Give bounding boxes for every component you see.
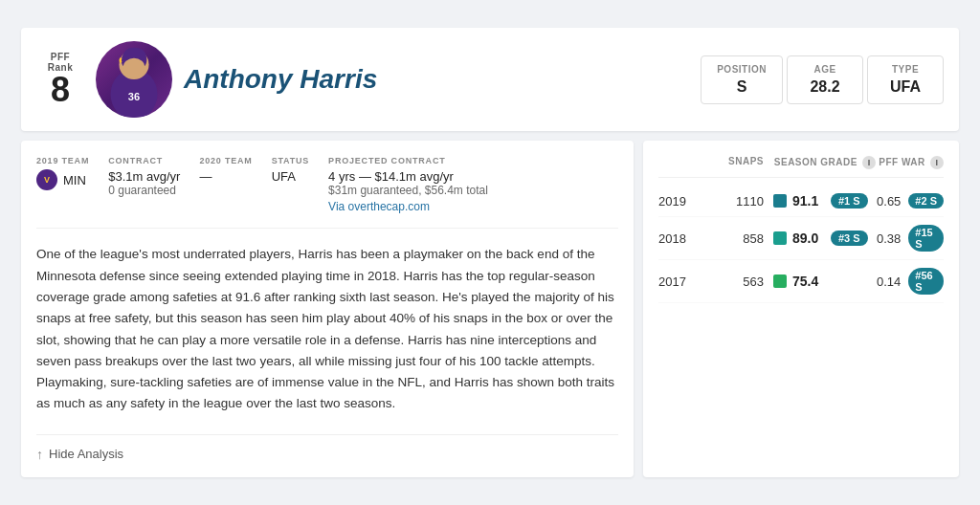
position-label: POSITION [717, 64, 767, 75]
grade-color-dot [773, 231, 787, 245]
svg-point-2 [123, 58, 145, 76]
status-group: STATUS UFA [272, 156, 309, 184]
status-value: UFA [272, 169, 309, 184]
stats-row: 2018 858 89.0 #3 S 0.38 #15 S [658, 217, 944, 260]
type-label: TYPE [883, 64, 927, 75]
stat-snaps: 563 [706, 274, 764, 289]
player-photo: 36 [96, 41, 172, 118]
grade-color-dot [773, 194, 787, 208]
analysis-text: One of the league's most underrated play… [36, 244, 618, 414]
team-2019-value: MIN [63, 173, 86, 187]
team-2020-group: 2020 TEAM — [199, 156, 252, 184]
age-value: 28.2 [810, 78, 839, 95]
grade-bar: 89.0 [773, 231, 825, 246]
contract-group: CONTRACT $3.1m avg/yr 0 guaranteed [108, 156, 180, 197]
info-row: 2019 TEAM V MIN CONTRACT $3.1m avg/yr 0 … [36, 156, 618, 229]
war-value: 0.14 [877, 274, 901, 289]
war-cell: 0.65 #2 S [877, 193, 944, 209]
stat-year: 2019 [658, 194, 706, 209]
arrow-up-icon: ↑ [36, 447, 43, 462]
projected-guaranteed: $31m guaranteed, $56.4m total [328, 184, 488, 197]
projected-group: PROJECTED CONTRACT 4 yrs — $14.1m avg/yr… [328, 156, 488, 214]
war-cell: 0.14 #56 S [877, 268, 944, 295]
main-content: 2019 TEAM V MIN CONTRACT $3.1m avg/yr 0 … [21, 141, 959, 476]
team-2019-label: 2019 TEAM [36, 156, 89, 165]
grade-color-dot [773, 274, 787, 288]
info-icon[interactable]: i [862, 156, 876, 169]
team-2020-value: — [199, 169, 252, 184]
war-badge: #2 S [908, 193, 944, 209]
stat-grade-cell: 91.1 #1 S [764, 193, 877, 209]
stat-snaps: 1110 [706, 194, 764, 209]
pff-label: PFF [36, 52, 84, 62]
stat-snaps: 858 [706, 231, 764, 246]
rank-badge: #1 S [831, 193, 868, 209]
status-label: STATUS [272, 156, 309, 165]
war-value: 0.38 [877, 231, 901, 246]
contract-label: CONTRACT [108, 156, 180, 165]
position-boxes: POSITION S AGE 28.2 TYPE UFA [701, 55, 944, 104]
war-badge: #15 S [908, 225, 944, 252]
page-container: PFF Rank 8 36 Anthony Harris [10, 16, 970, 488]
stats-row: 2017 563 75.4 0.14 #56 S [658, 260, 944, 303]
contract-avg: $3.1m avg/yr [108, 169, 180, 184]
right-panel: SNAPS SEASON GRADE i PFF WAR i 2019 1110… [643, 141, 959, 476]
stats-header: SNAPS SEASON GRADE i PFF WAR i [658, 156, 944, 178]
type-value: UFA [890, 78, 921, 95]
team-2020-label: 2020 TEAM [199, 156, 252, 165]
stats-rows: 2019 1110 91.1 #1 S 0.65 #2 S 2018 858 8… [658, 186, 944, 303]
grade-bar: 91.1 [773, 193, 825, 209]
war-value: 0.65 [877, 194, 901, 209]
grade-value: 91.1 [792, 193, 825, 209]
col-grade-header: SEASON GRADE i [764, 156, 877, 169]
team-2019-group: 2019 TEAM V MIN [36, 156, 89, 190]
age-label: AGE [803, 64, 847, 75]
stat-grade-cell: 89.0 #3 S [764, 231, 877, 246]
position-value: S [737, 78, 747, 95]
svg-text:36: 36 [128, 92, 140, 103]
col-year-header [658, 156, 706, 169]
stats-row: 2019 1110 91.1 #1 S 0.65 #2 S [658, 186, 944, 217]
hide-analysis-button[interactable]: ↑ Hide Analysis [36, 434, 618, 462]
pff-rank-block: PFF Rank 8 [36, 52, 84, 107]
stat-year: 2017 [658, 274, 706, 289]
projected-label: PROJECTED CONTRACT [328, 156, 488, 165]
contract-guaranteed: 0 guaranteed [108, 184, 180, 197]
left-panel: 2019 TEAM V MIN CONTRACT $3.1m avg/yr 0 … [21, 141, 634, 476]
stat-grade-cell: 75.4 [764, 274, 877, 289]
rank-number: 8 [36, 73, 84, 107]
type-box: TYPE UFA [867, 55, 944, 104]
position-box: POSITION S [701, 55, 783, 104]
grade-bar: 75.4 [773, 274, 825, 289]
hide-analysis-label: Hide Analysis [49, 447, 123, 461]
team-2019-row: V MIN [36, 169, 89, 190]
player-name: Anthony Harris [184, 64, 689, 95]
grade-value: 89.0 [792, 231, 825, 246]
war-info-icon[interactable]: i [930, 156, 944, 169]
projected-link[interactable]: Via overthecap.com [328, 200, 430, 213]
player-header-card: PFF Rank 8 36 Anthony Harris [21, 28, 959, 131]
rank-badge: #3 S [831, 231, 868, 246]
projected-years: 4 yrs — $14.1m avg/yr [328, 169, 488, 184]
stat-year: 2018 [658, 231, 706, 246]
col-snaps-header: SNAPS [706, 156, 764, 169]
age-box: AGE 28.2 [787, 55, 863, 104]
vikings-logo: V [36, 169, 57, 190]
grade-value: 75.4 [792, 274, 825, 289]
war-cell: 0.38 #15 S [877, 225, 944, 252]
col-war-header: PFF WAR i [877, 156, 944, 169]
war-badge: #56 S [908, 268, 944, 295]
